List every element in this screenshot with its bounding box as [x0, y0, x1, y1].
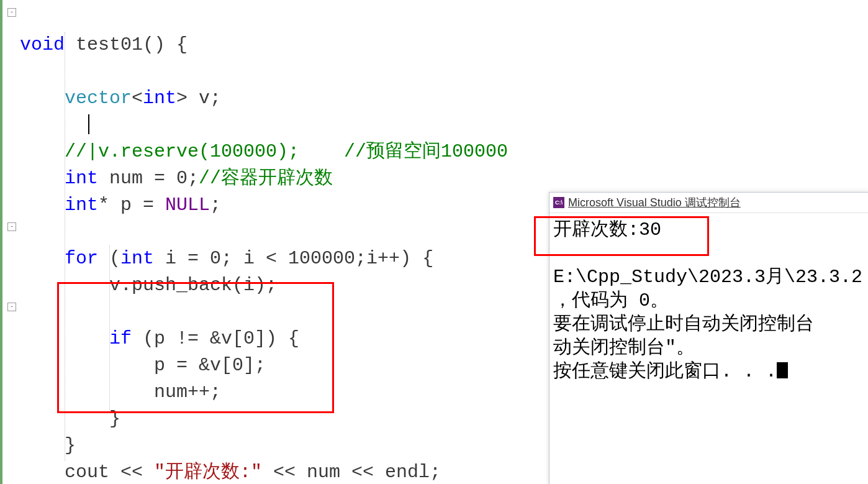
comment: //容器开辟次数: [199, 168, 333, 189]
console-line: 开辟次数:30: [553, 219, 661, 240]
console-cursor: [777, 362, 788, 378]
code-text: cout <<: [65, 462, 154, 483]
fold-toggle-if[interactable]: -: [7, 303, 16, 311]
macro: NULL: [165, 194, 210, 216]
text-caret: [88, 114, 89, 134]
keyword: void: [20, 34, 65, 55]
string-literal: "开辟次数:": [154, 462, 262, 483]
code-text: v.push_back(i);: [109, 275, 277, 296]
code-text: i = 0; i < 100000;i++) {: [154, 248, 433, 269]
code-content[interactable]: void test01() { vector<int> v; //|v.rese…: [20, 5, 508, 484]
console-titlebar[interactable]: C:\ Microsoft Visual Studio 调试控制台: [549, 193, 868, 213]
code-text: num++;: [154, 381, 221, 403]
console-line: E:\Cpp_Study\2023.3月\23.3.2: [553, 267, 862, 288]
code-text: p = &v[0];: [154, 355, 266, 376]
debug-console-window[interactable]: C:\ Microsoft Visual Studio 调试控制台 开辟次数:3…: [549, 192, 868, 484]
console-line: 要在调试停止时自动关闭控制台: [553, 314, 814, 335]
code-text: }: [109, 408, 120, 429]
keyword: if: [109, 328, 132, 349]
code-text: ;: [210, 194, 221, 216]
console-title: Microsoft Visual Studio 调试控制台: [568, 195, 741, 210]
console-line: 按任意键关闭此窗口. . .: [553, 361, 777, 382]
code-text: num = 0;: [98, 168, 199, 189]
comment: //|v.reserve(100000); //预留空间100000: [65, 141, 508, 162]
fold-toggle-function[interactable]: -: [7, 8, 16, 17]
console-line: ，代码为 0。: [553, 290, 669, 311]
keyword: for: [65, 248, 98, 269]
code-text: <: [132, 88, 143, 109]
console-line: 动关闭控制台"。: [553, 337, 695, 358]
fold-toggle-for[interactable]: -: [7, 222, 16, 231]
keyword: int: [120, 248, 154, 269]
code-text: test01() {: [65, 34, 188, 55]
code-text: }: [65, 435, 76, 456]
keyword: int: [65, 194, 98, 216]
keyword: int: [143, 88, 176, 109]
code-text: (: [98, 248, 120, 269]
console-output: 开辟次数:30 E:\Cpp_Study\2023.3月\23.3.2 ，代码为…: [549, 213, 868, 388]
code-text: (p != &v[0]) {: [132, 328, 299, 349]
keyword: int: [65, 168, 98, 189]
code-text: > v;: [176, 88, 221, 109]
vs-icon: C:\: [553, 197, 564, 208]
fold-gutter: - - -: [5, 0, 17, 484]
type: vector: [65, 88, 132, 109]
code-text: * p =: [98, 194, 165, 216]
code-text: << num << endl;: [262, 462, 441, 483]
